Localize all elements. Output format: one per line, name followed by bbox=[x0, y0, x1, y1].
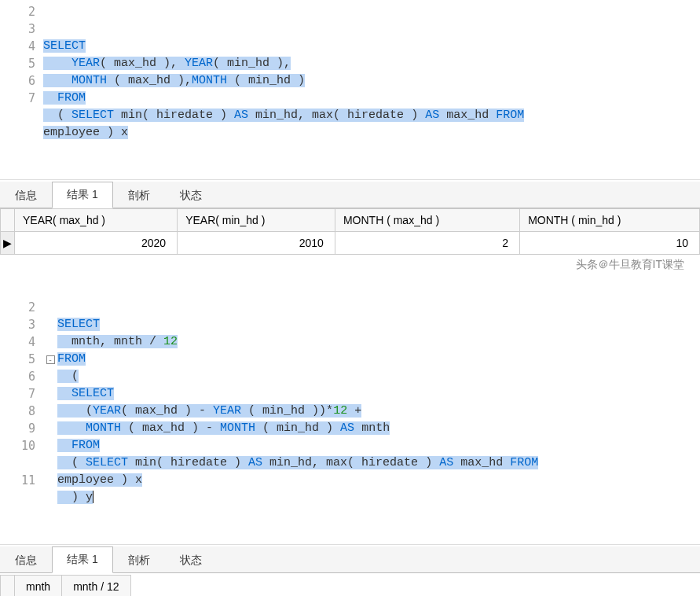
fold-toggle-icon[interactable]: - bbox=[46, 355, 55, 364]
sql-block-1: 2 3 4 5 6 7 SELECT YEAR( max_hd ), YEAR(… bbox=[0, 0, 700, 272]
tab-info[interactable]: 信息 bbox=[0, 182, 52, 208]
col-header[interactable]: mnth bbox=[15, 576, 62, 597]
cell[interactable]: 2010 bbox=[178, 232, 335, 255]
col-header[interactable]: MONTH ( min_hd ) bbox=[520, 209, 700, 232]
result-tabs-1: 信息 结果 1 剖析 状态 bbox=[0, 182, 700, 208]
line-gutter-2: 2 3 4 5 6 7 8 9 10 11 bbox=[0, 299, 43, 541]
cell[interactable]: 10 bbox=[520, 232, 700, 255]
col-header[interactable]: MONTH ( max_hd ) bbox=[335, 209, 519, 232]
table-row[interactable]: ▶ 2020 2010 2 10 bbox=[1, 232, 700, 255]
code-content-1[interactable]: SELECT YEAR( max_hd ), YEAR( min_hd ), M… bbox=[43, 3, 700, 176]
code-content-2[interactable]: SELECT mnth, mnth / 12FROM ( SELECT (YEA… bbox=[57, 299, 700, 541]
tab-profile[interactable]: 剖析 bbox=[113, 182, 165, 208]
cell[interactable]: 2 bbox=[335, 232, 519, 255]
cell[interactable]: 2020 bbox=[15, 232, 178, 255]
text-cursor-icon bbox=[93, 491, 93, 503]
tab-profile-2[interactable]: 剖析 bbox=[113, 547, 165, 573]
result-table-2[interactable]: mnth mnth / 12 ▶ 112 9.3333 bbox=[0, 575, 131, 596]
result-tabs-2: 信息 结果 1 剖析 状态 bbox=[0, 546, 700, 573]
col-header[interactable]: mnth / 12 bbox=[62, 576, 130, 597]
table-header-row: YEAR( max_hd ) YEAR( min_hd ) MONTH ( ma… bbox=[1, 209, 700, 232]
row-pointer-head bbox=[1, 209, 15, 232]
tab-result-1-2[interactable]: 结果 1 bbox=[52, 546, 113, 573]
row-pointer-head bbox=[1, 576, 15, 597]
result-table-1[interactable]: YEAR( max_hd ) YEAR( min_hd ) MONTH ( ma… bbox=[0, 208, 700, 255]
fold-column: - bbox=[43, 299, 57, 541]
row-pointer-icon: ▶ bbox=[1, 232, 15, 255]
col-header[interactable]: YEAR( min_hd ) bbox=[178, 209, 335, 232]
sql-block-2: 2 3 4 5 6 7 8 9 10 11 - SELECT mnth, mnt… bbox=[0, 296, 700, 596]
watermark-1: 头条＠牛旦教育IT课堂 bbox=[0, 255, 700, 272]
code-editor-2[interactable]: 2 3 4 5 6 7 8 9 10 11 - SELECT mnth, mnt… bbox=[0, 296, 700, 545]
tab-result-1[interactable]: 结果 1 bbox=[52, 182, 113, 208]
col-header[interactable]: YEAR( max_hd ) bbox=[15, 209, 178, 232]
tab-status[interactable]: 状态 bbox=[165, 182, 217, 208]
tab-info-2[interactable]: 信息 bbox=[0, 547, 52, 573]
tab-status-2[interactable]: 状态 bbox=[165, 547, 217, 573]
line-gutter: 2 3 4 5 6 7 bbox=[0, 3, 43, 176]
code-editor-1[interactable]: 2 3 4 5 6 7 SELECT YEAR( max_hd ), YEAR(… bbox=[0, 0, 700, 180]
table-header-row: mnth mnth / 12 bbox=[1, 576, 131, 597]
